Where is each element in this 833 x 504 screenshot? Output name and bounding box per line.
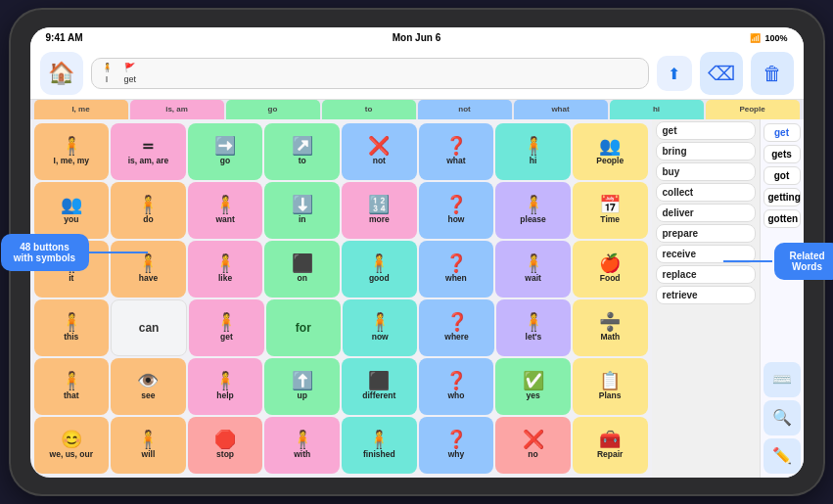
- sentence-area: 🧍 I 🚩 get: [91, 58, 649, 89]
- cell-see[interactable]: 👁️see: [111, 358, 186, 415]
- home-button[interactable]: 🏠: [40, 52, 83, 95]
- cell-people[interactable]: 👥People: [573, 123, 648, 180]
- cell-more[interactable]: 🔢more: [342, 182, 417, 239]
- tab-hi[interactable]: hi: [610, 100, 704, 119]
- grid-area: 🧍I, me, my ＝is, am, are ➡️go ↗️to ❌not ❓…: [30, 119, 652, 478]
- grid-row-2: 👥you 🧍do 🧍want ⬇️in 🔢more ❓how 🧍please 📅…: [34, 182, 648, 239]
- trash-button[interactable]: 🗑: [751, 52, 794, 95]
- related-word-get[interactable]: get: [656, 121, 756, 140]
- conjugation-gotten[interactable]: gotten: [764, 209, 801, 228]
- cell-do[interactable]: 🧍do: [111, 182, 186, 239]
- cell-help[interactable]: 🧍help: [188, 358, 263, 415]
- sentence-word-i[interactable]: 🧍 I: [102, 63, 113, 84]
- status-date: Mon Jun 6: [393, 32, 440, 43]
- related-word-prepare[interactable]: prepare: [656, 224, 756, 243]
- conjugation-get[interactable]: get: [764, 123, 801, 142]
- cell-on[interactable]: ⬛on: [264, 241, 340, 298]
- cell-for[interactable]: for: [266, 299, 341, 356]
- cell-why[interactable]: ❓why: [419, 417, 494, 474]
- home-icon: 🏠: [48, 61, 74, 86]
- cell-math[interactable]: ➗Math: [573, 299, 647, 356]
- cell-different[interactable]: ⬛different: [342, 358, 417, 415]
- pencil-button[interactable]: ✏️: [764, 438, 801, 474]
- share-button[interactable]: ⬆: [657, 56, 692, 91]
- share-icon: ⬆: [668, 65, 680, 83]
- cell-time[interactable]: 📅Time: [573, 182, 648, 239]
- cell-hi[interactable]: 🧍hi: [495, 123, 571, 180]
- cell-good[interactable]: 🧍good: [342, 241, 417, 298]
- conjugation-gets[interactable]: gets: [764, 145, 801, 163]
- word-icon-get: 🚩: [124, 63, 135, 72]
- conjugation-getting[interactable]: getting: [764, 188, 801, 206]
- cell-in[interactable]: ⬇️in: [264, 182, 340, 239]
- cell-with[interactable]: 🧍with: [264, 417, 340, 474]
- cell-not[interactable]: ❌not: [342, 123, 417, 180]
- cell-lets[interactable]: 🧍let's: [496, 299, 571, 356]
- cell-we-us[interactable]: 😊we, us, our: [34, 417, 110, 474]
- keyboard-button[interactable]: ⌨️: [764, 362, 801, 397]
- arrow-left: [89, 252, 148, 253]
- trash-icon: 🗑: [763, 63, 782, 85]
- related-word-bring[interactable]: bring: [656, 142, 756, 160]
- conjugation-got[interactable]: got: [764, 166, 801, 185]
- cell-get[interactable]: 🧍get: [189, 299, 263, 356]
- cell-you[interactable]: 👥you: [34, 182, 110, 239]
- cell-wait[interactable]: 🧍wait: [495, 241, 571, 298]
- cell-how[interactable]: ❓how: [419, 182, 494, 239]
- status-bar: 9:41 AM Mon Jun 6 📶 100%: [30, 27, 804, 49]
- cell-have[interactable]: 🧍have: [111, 241, 186, 298]
- cell-to[interactable]: ↗️to: [264, 123, 340, 180]
- cell-can[interactable]: can: [111, 299, 187, 356]
- related-word-replace[interactable]: replace: [656, 265, 756, 284]
- cell-this[interactable]: 🧍this: [34, 299, 109, 356]
- status-time: 9:41 AM: [46, 32, 83, 43]
- cell-will[interactable]: 🧍will: [111, 417, 186, 474]
- cell-finished[interactable]: 🧍finished: [342, 417, 417, 474]
- cell-please[interactable]: 🧍please: [495, 182, 571, 239]
- backspace-button[interactable]: ⌫: [700, 52, 743, 95]
- cell-plans[interactable]: 📋Plans: [573, 358, 648, 415]
- search-icon: 🔍: [772, 408, 792, 427]
- cell-where[interactable]: ❓where: [419, 299, 493, 356]
- cell-what[interactable]: ❓what: [419, 123, 494, 180]
- word-label-get: get: [124, 74, 137, 84]
- cell-stop[interactable]: 🛑stop: [188, 417, 263, 474]
- cell-no[interactable]: ❌no: [495, 417, 571, 474]
- main-area: 🧍I, me, my ＝is, am, are ➡️go ↗️to ❌not ❓…: [30, 119, 804, 478]
- tab-is-am[interactable]: is, am: [130, 100, 224, 119]
- related-word-retrieve[interactable]: retrieve: [656, 286, 756, 304]
- related-word-collect[interactable]: collect: [656, 183, 756, 202]
- cell-want[interactable]: 🧍want: [188, 182, 263, 239]
- sentence-word-get[interactable]: 🚩 get: [124, 63, 137, 84]
- cell-repair[interactable]: 🧰Repair: [573, 417, 648, 474]
- tab-i-me[interactable]: I, me: [34, 100, 128, 119]
- tab-what[interactable]: what: [514, 100, 608, 119]
- cell-who[interactable]: ❓who: [419, 358, 494, 415]
- cell-food[interactable]: 🍎Food: [573, 241, 648, 298]
- grid-row-3: 🧍it 🧍have 🧍like ⬛on 🧍good ❓when 🧍wait 🍎F…: [34, 241, 648, 298]
- grid-row-5: 🧍that 👁️see 🧍help ⬆️up ⬛different ❓who ✅…: [34, 358, 648, 415]
- cell-now[interactable]: 🧍now: [343, 299, 417, 356]
- cell-up[interactable]: ⬆️up: [264, 358, 340, 415]
- cell-like[interactable]: 🧍like: [188, 241, 263, 298]
- word-label-i: I: [106, 74, 109, 84]
- tab-row: I, me is, am go to not what hi People: [30, 100, 804, 119]
- cell-is-am-are[interactable]: ＝is, am, are: [111, 123, 186, 180]
- cell-i-me-my[interactable]: 🧍I, me, my: [34, 123, 110, 180]
- cell-that[interactable]: 🧍that: [34, 358, 110, 415]
- tab-not[interactable]: not: [418, 100, 512, 119]
- battery-status: 100%: [764, 33, 787, 43]
- grid-row-1: 🧍I, me, my ＝is, am, are ➡️go ↗️to ❌not ❓…: [34, 123, 648, 180]
- tab-go[interactable]: go: [226, 100, 320, 119]
- related-word-deliver[interactable]: deliver: [656, 204, 756, 222]
- cell-go[interactable]: ➡️go: [188, 123, 263, 180]
- cell-yes[interactable]: ✅yes: [495, 358, 571, 415]
- annotation-left: 48 buttons with symbols: [1, 234, 89, 271]
- grid-row-4: 🧍this can 🧍get for 🧍now ❓where 🧍let's ➗M…: [34, 299, 648, 356]
- related-word-buy[interactable]: buy: [656, 162, 756, 181]
- search-button[interactable]: 🔍: [764, 400, 801, 435]
- cell-when[interactable]: ❓when: [419, 241, 494, 298]
- tab-to[interactable]: to: [322, 100, 416, 119]
- right-panel: get gets got getting gotten ⌨️ 🔍 ✏️: [760, 119, 804, 478]
- tab-people[interactable]: People: [706, 100, 800, 119]
